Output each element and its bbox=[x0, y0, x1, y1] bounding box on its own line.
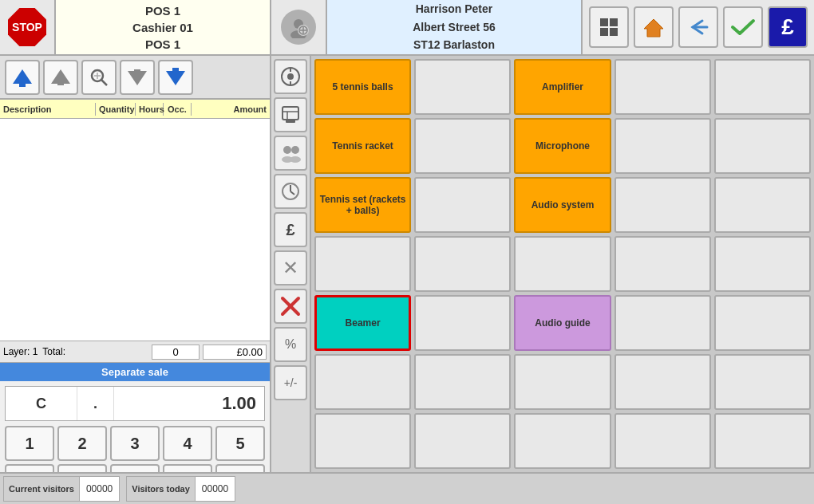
product-button-10[interactable]: Tennis set (rackets + balls) bbox=[314, 177, 411, 233]
separate-sale-label: Separate sale bbox=[0, 363, 270, 381]
product-button-26 bbox=[414, 354, 511, 410]
svg-point-24 bbox=[287, 73, 294, 80]
product-grid: 5 tennis ballsAmplifierTennis racketMicr… bbox=[311, 56, 814, 472]
product-button-19 bbox=[714, 236, 811, 292]
svg-point-34 bbox=[290, 156, 301, 163]
col-occ: Occ. bbox=[164, 103, 192, 116]
search-button[interactable] bbox=[81, 60, 117, 95]
ok-button[interactable] bbox=[723, 6, 763, 48]
svg-rect-8 bbox=[600, 28, 608, 36]
product-button-27 bbox=[514, 354, 610, 410]
key-1[interactable]: 1 bbox=[5, 426, 54, 461]
scroll-up-button[interactable] bbox=[5, 60, 40, 95]
left-panel: Description Quantity Hours Occ. Amount L… bbox=[0, 56, 271, 504]
product-button-33 bbox=[614, 413, 711, 469]
col-amount: Amount bbox=[192, 103, 270, 116]
table-body bbox=[0, 119, 270, 341]
svg-rect-14 bbox=[57, 81, 64, 85]
back-button[interactable] bbox=[678, 6, 718, 48]
product-button-28 bbox=[614, 354, 711, 410]
header: STOP POS 1 Cashier 01 POS 1 Harrison Pet… bbox=[0, 0, 814, 56]
product-button-22[interactable]: Audio guide bbox=[514, 295, 610, 351]
svg-rect-20 bbox=[134, 69, 140, 74]
svg-line-16 bbox=[101, 80, 107, 85]
product-button-11 bbox=[414, 177, 511, 233]
product-button-15 bbox=[314, 236, 411, 292]
user-icon bbox=[281, 10, 316, 45]
visitors-today-label: Visitors today bbox=[127, 477, 196, 501]
clear-button[interactable]: C bbox=[6, 387, 77, 420]
svg-rect-12 bbox=[19, 81, 26, 87]
product-button-21 bbox=[414, 295, 511, 351]
product-button-9 bbox=[714, 118, 811, 174]
product-button-23 bbox=[614, 295, 711, 351]
key-4[interactable]: 4 bbox=[163, 426, 212, 461]
key-2[interactable]: 2 bbox=[57, 426, 107, 461]
product-button-20[interactable]: Beamer bbox=[314, 295, 411, 351]
current-visitors-value: 00000 bbox=[80, 477, 119, 501]
product-button-4 bbox=[714, 59, 811, 115]
numpad-value: 1.00 bbox=[114, 393, 264, 414]
key-3[interactable]: 3 bbox=[110, 426, 160, 461]
pound-button[interactable]: £ bbox=[768, 6, 808, 48]
plusminus-icon[interactable]: +/- bbox=[274, 365, 307, 400]
svg-point-32 bbox=[291, 146, 299, 154]
product-button-32 bbox=[514, 413, 610, 469]
move-down-button[interactable] bbox=[120, 60, 155, 95]
svg-rect-9 bbox=[610, 28, 618, 36]
total-row: Layer: 1 Total: 0 £0.00 bbox=[0, 341, 270, 363]
svg-rect-6 bbox=[600, 18, 608, 26]
product-button-24 bbox=[714, 295, 811, 351]
move-up-button[interactable] bbox=[43, 60, 78, 95]
svg-rect-7 bbox=[610, 18, 618, 26]
product-button-17 bbox=[514, 236, 610, 292]
category-icon-1[interactable] bbox=[274, 59, 307, 94]
product-button-1 bbox=[414, 59, 511, 115]
product-button-2[interactable]: Amplifier bbox=[514, 59, 610, 115]
product-button-29 bbox=[714, 354, 811, 410]
percent-icon[interactable]: % bbox=[274, 327, 307, 362]
product-button-14 bbox=[714, 177, 811, 233]
svg-rect-27 bbox=[283, 107, 298, 120]
toolbar bbox=[0, 56, 270, 100]
total-label: Total: bbox=[42, 346, 65, 357]
product-button-25 bbox=[314, 354, 411, 410]
product-button-12[interactable]: Audio system bbox=[514, 177, 610, 233]
pound-icon[interactable]: £ bbox=[274, 212, 307, 247]
visitors-today-value: 00000 bbox=[196, 477, 235, 501]
product-button-7[interactable]: Microphone bbox=[514, 118, 610, 174]
product-button-18 bbox=[614, 236, 711, 292]
svg-line-37 bbox=[290, 191, 294, 195]
header-pos-info: POS 1 Cashier 01 POS 1 bbox=[56, 0, 271, 54]
total-number: 0 bbox=[152, 345, 200, 360]
header-user-button[interactable] bbox=[271, 0, 327, 54]
dot-button[interactable]: . bbox=[77, 387, 114, 420]
grid-view-button[interactable] bbox=[589, 6, 629, 48]
col-hours: Hours bbox=[136, 103, 164, 116]
stop-icon[interactable]: STOP bbox=[8, 8, 46, 46]
col-quantity: Quantity bbox=[96, 103, 136, 116]
category-icon-4[interactable] bbox=[274, 174, 307, 209]
total-amount: £0.00 bbox=[203, 345, 267, 360]
product-button-34 bbox=[714, 413, 811, 469]
product-button-5[interactable]: Tennis racket bbox=[314, 118, 411, 174]
category-icon-2[interactable] bbox=[274, 97, 307, 132]
product-button-16 bbox=[414, 236, 511, 292]
layer-label: Layer: 1 bbox=[3, 346, 38, 357]
scroll-down-button[interactable] bbox=[158, 60, 193, 95]
header-stop[interactable]: STOP bbox=[0, 0, 56, 54]
category-icon-3[interactable] bbox=[274, 136, 307, 171]
table-header: Description Quantity Hours Occ. Amount bbox=[0, 100, 270, 119]
current-visitors-label: Current visitors bbox=[4, 477, 80, 501]
right-icons: £ ✕ % +/- bbox=[271, 56, 311, 472]
status-bar: Current visitors 00000 Visitors today 00… bbox=[0, 472, 814, 504]
header-actions: £ bbox=[583, 0, 814, 54]
product-button-0[interactable]: 5 tennis balls bbox=[314, 59, 411, 115]
numpad-display: C . 1.00 bbox=[5, 386, 265, 421]
cancel-icon[interactable]: ✕ bbox=[274, 250, 307, 285]
col-description: Description bbox=[0, 103, 96, 116]
product-button-6 bbox=[414, 118, 511, 174]
key-5[interactable]: 5 bbox=[215, 426, 265, 461]
delete-icon[interactable] bbox=[274, 289, 307, 324]
home-button[interactable] bbox=[634, 6, 674, 48]
